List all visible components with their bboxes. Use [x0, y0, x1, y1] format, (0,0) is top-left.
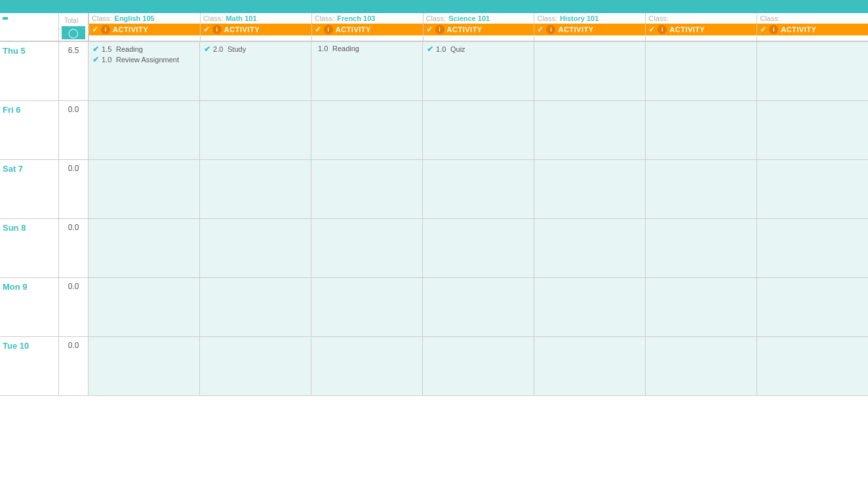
class-cell-french103[interactable] [311, 219, 423, 277]
total-cell: 0.0 [59, 160, 89, 218]
class-cell-english105[interactable]: ✔1.5Reading✔1.0Review Assignment [89, 42, 200, 100]
activity-label-french103: ACTIVITY [336, 26, 371, 33]
class-cell-french103[interactable] [311, 278, 423, 336]
check-icon: ✓ [315, 25, 321, 34]
class-cell-science101[interactable] [423, 278, 534, 336]
class-cell-class7[interactable] [757, 42, 868, 100]
check-icon: ✓ [760, 25, 766, 34]
table-row: Sat 70.0 [0, 160, 868, 219]
table-row: Sun 80.0 [0, 219, 868, 278]
class-cell-class7[interactable] [757, 219, 868, 277]
table-row: Thu 56.5✔1.5Reading✔1.0Review Assignment… [0, 42, 868, 101]
class-label: Class: [648, 14, 669, 22]
class-cell-class6[interactable] [646, 337, 757, 395]
activity-check-icon: ✔ [204, 45, 210, 54]
date-cell: Sun 8 [0, 219, 59, 277]
class-header-history101: Class:History 101 ✓ i ACTIVITY [534, 13, 645, 41]
class-cell-class6[interactable] [646, 101, 757, 159]
class-cell-class6[interactable] [646, 219, 757, 277]
activity-header-french103: ✓ i ACTIVITY [312, 24, 423, 35]
info-icon[interactable]: i [435, 25, 444, 34]
class-cell-english105[interactable] [89, 160, 200, 218]
class-cell-french103[interactable] [311, 101, 423, 159]
class-header-class6: Class: ✓ i ACTIVITY [645, 13, 757, 41]
date-cell: Sat 7 [0, 160, 59, 218]
activity-name: Quiz [450, 45, 465, 53]
class-cell-english105[interactable] [89, 337, 200, 395]
activity-label-class7: ACTIVITY [781, 26, 816, 33]
class-header-french103: Class:French 103 ✓ i ACTIVITY [311, 13, 423, 41]
class-cell-english105[interactable] [89, 101, 200, 159]
class-label: Class: [760, 14, 780, 22]
class-cell-french103[interactable]: 1.0Reading [311, 42, 423, 100]
activity-label-science101: ACTIVITY [447, 26, 483, 33]
check-icon: ✓ [92, 25, 98, 34]
class-cell-history101[interactable] [534, 219, 646, 277]
class-cell-history101[interactable] [534, 337, 646, 395]
check-icon: ✓ [537, 25, 543, 34]
activity-hours: 1.5 [102, 45, 113, 53]
info-icon[interactable]: i [546, 25, 555, 34]
activity-header-class7: ✓ i ACTIVITY [757, 24, 868, 35]
total-cell: 6.5 [59, 42, 89, 100]
column-headers: Total ◯ Class:English 105 ✓ i ACTIVITY C… [0, 13, 868, 42]
check-icon: ✓ [203, 25, 210, 34]
class-cell-history101[interactable] [534, 42, 646, 100]
class-cell-class6[interactable] [646, 42, 757, 100]
info-icon[interactable]: i [212, 25, 222, 34]
class-cell-history101[interactable] [534, 101, 646, 159]
table-body: Thu 56.5✔1.5Reading✔1.0Review Assignment… [0, 42, 868, 396]
class-cell-science101[interactable] [423, 337, 534, 395]
info-icon[interactable]: i [769, 25, 778, 34]
class-cell-math101[interactable] [200, 337, 311, 395]
class-cell-science101[interactable]: ✔1.0Quiz [423, 42, 534, 100]
date-cell: Fri 6 [0, 101, 59, 159]
class-cell-english105[interactable] [89, 278, 200, 336]
class-cell-class7[interactable] [757, 337, 868, 395]
activity-check-icon: ✔ [92, 55, 99, 64]
total-cell: 0.0 [59, 101, 89, 159]
app-header [0, 0, 868, 13]
class-header-math101: Class:Math 101 ✓ i ACTIVITY [200, 13, 311, 41]
info-icon[interactable]: i [101, 25, 110, 34]
class-cell-history101[interactable] [534, 160, 646, 218]
class-cell-class7[interactable] [757, 160, 868, 218]
class-name-math101: Math 101 [226, 14, 256, 22]
activity-label-history101: ACTIVITY [558, 26, 593, 33]
class-label: Class: [203, 14, 224, 22]
activity-check-icon: ✔ [427, 45, 433, 54]
class-cell-french103[interactable] [311, 160, 423, 218]
table-row: Tue 100.0 [0, 337, 868, 396]
class-cell-french103[interactable] [311, 337, 423, 395]
activity-entry: ✔1.5Reading [92, 45, 195, 54]
class-label: Class: [92, 14, 112, 22]
activity-label-english105: ACTIVITY [113, 26, 148, 33]
info-icon[interactable]: i [658, 25, 667, 34]
activity-entry: 1.0Reading [315, 45, 418, 52]
total-cell: 0.0 [59, 337, 89, 395]
class-cell-class7[interactable] [757, 101, 868, 159]
total-label: Total [64, 17, 78, 24]
total-cell: 0.0 [59, 219, 89, 277]
activity-header-english105: ✓ i ACTIVITY [89, 24, 200, 35]
class-cell-math101[interactable] [200, 101, 311, 159]
class-cell-class7[interactable] [757, 278, 868, 336]
info-icon[interactable]: i [324, 25, 333, 34]
class-cell-math101[interactable] [200, 160, 311, 218]
class-cell-math101[interactable]: ✔2.0Study [200, 42, 311, 100]
activity-check-icon: ✔ [92, 45, 99, 54]
class-cell-class6[interactable] [646, 160, 757, 218]
class-cell-math101[interactable] [200, 278, 311, 336]
class-cell-science101[interactable] [423, 101, 534, 159]
class-cell-math101[interactable] [200, 219, 311, 277]
class-name-history101: History 101 [560, 14, 599, 22]
class-cell-science101[interactable] [423, 160, 534, 218]
class-cell-english105[interactable] [89, 219, 200, 277]
class-cell-science101[interactable] [423, 219, 534, 277]
class-name-science101: Science 101 [448, 14, 490, 22]
class-cell-class6[interactable] [646, 278, 757, 336]
activity-label-class6: ACTIVITY [669, 26, 705, 33]
class-label: Class: [537, 14, 557, 22]
activity-name: Study [227, 45, 246, 53]
class-cell-history101[interactable] [534, 278, 646, 336]
